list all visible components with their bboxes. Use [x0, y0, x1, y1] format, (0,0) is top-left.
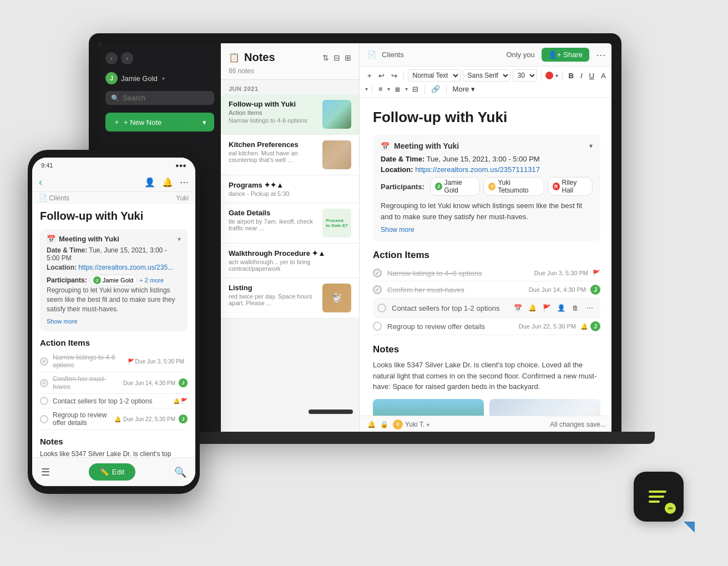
- checkbox[interactable]: [377, 304, 386, 312]
- color-chevron-icon[interactable]: ▾: [555, 73, 558, 79]
- more-participants[interactable]: + 2 more: [139, 277, 164, 284]
- search-input[interactable]: [123, 94, 209, 102]
- add-button[interactable]: +: [365, 70, 374, 81]
- share-button[interactable]: 👤+ Share: [542, 48, 589, 62]
- text-style-select[interactable]: Normal Text: [408, 69, 461, 82]
- unordered-list-button[interactable]: ≡: [376, 84, 385, 94]
- note-thumbnail: [322, 100, 351, 129]
- font-select[interactable]: Sans Serif: [463, 69, 510, 82]
- note-item[interactable]: Programs ✦✦▲ dance - Pickup at 5:30.: [221, 175, 359, 203]
- grid-icon[interactable]: ⊞: [345, 53, 351, 62]
- bell-icon: 🔔: [114, 416, 121, 422]
- note-item[interactable]: Follow-up with Yuki Action Items Narrow …: [221, 94, 359, 135]
- action-item[interactable]: Confirm her must-haves Due Jun 14, 4:30 …: [40, 372, 188, 394]
- person-icon[interactable]: 👤: [144, 177, 155, 188]
- list-chevron-icon[interactable]: ▾: [387, 86, 390, 92]
- more-icon[interactable]: ⋯: [180, 177, 189, 188]
- show-more-link[interactable]: Show more: [47, 318, 78, 325]
- participant-chip[interactable]: R Riley Hall: [548, 177, 593, 196]
- checkbox[interactable]: [40, 379, 48, 387]
- back-button[interactable]: ‹: [39, 176, 42, 188]
- more-action-icon[interactable]: ⋯: [584, 302, 596, 314]
- text-color-swatch[interactable]: [545, 72, 553, 79]
- phone-participants: Participants: J Jamie Gold + 2 more: [47, 275, 181, 286]
- meeting-link[interactable]: https://zerealtors.zoom.us/2357111317: [415, 165, 540, 174]
- highlight-chevron-icon[interactable]: ▾: [365, 86, 368, 92]
- checkbox[interactable]: [373, 285, 382, 294]
- meeting-chevron-icon[interactable]: ▾: [589, 142, 593, 150]
- nav-forward-button[interactable]: ›: [121, 52, 133, 64]
- note-item[interactable]: Walkthrough Procedure ✦▲ ach walkthrough…: [221, 244, 359, 278]
- ordered-list-button[interactable]: ≣: [392, 84, 403, 94]
- current-user[interactable]: Y Yuki T. ▾: [393, 420, 429, 429]
- participant-chip[interactable]: Y Yuki Tetsumoto: [483, 177, 544, 196]
- phone-breadcrumb: 📄 Clients Yuki: [32, 192, 195, 204]
- meeting-link[interactable]: https://zerealtors.zoom.us/235...: [78, 264, 173, 271]
- action-item[interactable]: Regroup to review offer details Due Jun …: [373, 318, 600, 335]
- participant-chip[interactable]: J Jamie Gold: [430, 177, 481, 196]
- bell-action-icon[interactable]: 🔔: [526, 302, 538, 314]
- action-item[interactable]: Narrow listings to 4-6 options 🚩 Due Jun…: [40, 351, 188, 372]
- show-more-link[interactable]: Show more: [381, 226, 414, 234]
- new-note-button[interactable]: ＋ + New Note ▾: [105, 113, 214, 132]
- italic-button[interactable]: I: [578, 70, 585, 81]
- sharing-status: Only you: [506, 50, 534, 59]
- checkbox[interactable]: [40, 357, 48, 366]
- avatar: J: [105, 72, 118, 84]
- highlight-button[interactable]: A: [599, 70, 608, 81]
- lock-bottom-icon[interactable]: 🔒: [380, 421, 388, 428]
- trash-action-icon[interactable]: 🗑: [569, 302, 582, 314]
- indent-button[interactable]: ⊟: [410, 84, 421, 94]
- checkbox[interactable]: [40, 397, 48, 405]
- flag-icon: 🚩: [128, 358, 134, 365]
- bold-button[interactable]: B: [567, 70, 576, 81]
- meeting-name: Meeting with Yuki: [59, 235, 119, 243]
- note-item[interactable]: Kitchen Preferences eal kitchen. Must ha…: [221, 135, 359, 175]
- divider: [372, 85, 372, 94]
- due-date: Due Jun 14, 4:30 PM: [529, 286, 586, 293]
- bell-bottom-icon[interactable]: 🔔: [367, 421, 376, 428]
- underline-button[interactable]: U: [587, 70, 596, 81]
- redo-button[interactable]: ↪: [389, 70, 400, 81]
- search-bar[interactable]: 🔍: [105, 91, 214, 105]
- calendar-action-icon[interactable]: 📅: [512, 302, 524, 314]
- phone-shell: 9:41 ●●● ‹ 👤 🔔 ⋯ 📄 Clients Yuki Follow-u…: [28, 150, 200, 494]
- phone-screen: 9:41 ●●● ‹ 👤 🔔 ⋯ 📄 Clients Yuki Follow-u…: [32, 158, 195, 486]
- user-avatar: Y: [393, 420, 403, 429]
- checkbox[interactable]: [373, 322, 382, 331]
- action-item[interactable]: Contact sellers for top 1-2 options 📅 🔔 …: [373, 299, 600, 318]
- filter-icon[interactable]: ⊟: [333, 53, 340, 62]
- more-button[interactable]: More ▾: [451, 84, 477, 94]
- note-snippet: red twice per day. Space hours apart. Pl…: [229, 293, 317, 306]
- link-button[interactable]: 🔗: [429, 84, 442, 94]
- more-options-icon[interactable]: ⋯: [596, 49, 606, 61]
- user-badge[interactable]: J Jamie Gold ▾: [99, 69, 221, 88]
- person-action-icon[interactable]: 👤: [555, 302, 567, 314]
- checkbox[interactable]: [40, 415, 48, 423]
- meeting-location: Location: https://zerealtors.zoom.us/235…: [47, 264, 181, 271]
- search-icon[interactable]: 🔍: [174, 466, 186, 478]
- font-size-select[interactable]: 30: [513, 69, 537, 82]
- menu-icon[interactable]: ☰: [41, 466, 50, 478]
- editor-topbar: 📄 Clients Only you 👤+ Share ⋯: [360, 43, 611, 67]
- action-item[interactable]: Confirm her must-haves Due Jun 14, 4:30 …: [373, 281, 600, 299]
- edit-button[interactable]: ✏️ Edit: [89, 463, 135, 481]
- action-item-text: Narrow listings to 4-6 options: [53, 353, 128, 369]
- checkbox[interactable]: [373, 269, 382, 277]
- flag-action-icon[interactable]: 🚩: [540, 302, 553, 314]
- action-item[interactable]: Contact sellers for top 1-2 options 🔔 🚩: [40, 394, 188, 408]
- sort-icon[interactable]: ⇅: [322, 53, 329, 62]
- olist-chevron-icon[interactable]: ▾: [405, 86, 408, 92]
- participant-chip[interactable]: J Jamie Gold: [89, 275, 138, 286]
- nav-back-button[interactable]: ‹: [105, 52, 118, 64]
- undo-button[interactable]: ↩: [376, 70, 387, 81]
- bell-icon[interactable]: 🔔: [162, 177, 173, 188]
- notes-content: Looks like 5347 Silver Lake Dr. is clien…: [40, 449, 188, 457]
- participant-avatar: R: [553, 183, 560, 190]
- note-item[interactable]: Gate Details tle airport by 7am. ikeoff,…: [221, 203, 359, 244]
- note-title: Programs ✦✦▲: [229, 181, 351, 189]
- action-item[interactable]: Regroup to review offer details 🔔 Due Ju…: [40, 408, 188, 430]
- chevron-icon[interactable]: ▾: [178, 235, 181, 243]
- action-item[interactable]: Narrow listings to 4–6 options Due Jun 3…: [373, 265, 600, 281]
- note-item[interactable]: Listing red twice per day. Space hours a…: [221, 278, 359, 319]
